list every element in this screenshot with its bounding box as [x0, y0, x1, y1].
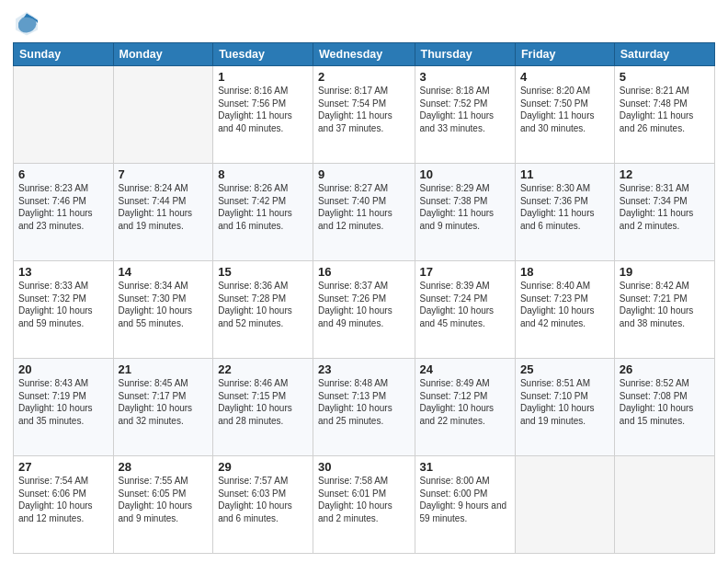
cell-info: Sunrise: 8:29 AM Sunset: 7:38 PM Dayligh…	[420, 182, 510, 232]
calendar-cell: 28Sunrise: 7:55 AM Sunset: 6:05 PM Dayli…	[113, 456, 213, 554]
calendar-cell: 30Sunrise: 7:58 AM Sunset: 6:01 PM Dayli…	[313, 456, 415, 554]
day-number: 15	[218, 265, 308, 279]
day-number: 31	[420, 460, 510, 474]
day-number: 24	[420, 362, 510, 376]
calendar-cell: 16Sunrise: 8:37 AM Sunset: 7:26 PM Dayli…	[313, 261, 415, 359]
cell-info: Sunrise: 8:43 AM Sunset: 7:19 PM Dayligh…	[18, 377, 108, 427]
calendar-cell: 6Sunrise: 8:23 AM Sunset: 7:46 PM Daylig…	[14, 164, 114, 261]
day-number: 19	[620, 265, 710, 279]
cell-info: Sunrise: 7:58 AM Sunset: 6:01 PM Dayligh…	[318, 475, 409, 524]
cell-info: Sunrise: 8:27 AM Sunset: 7:40 PM Dayligh…	[318, 182, 409, 232]
page: SundayMondayTuesdayWednesdayThursdayFrid…	[0, 0, 728, 563]
calendar-cell: 1Sunrise: 8:16 AM Sunset: 7:56 PM Daylig…	[213, 66, 313, 164]
calendar-cell	[113, 66, 213, 164]
cell-info: Sunrise: 8:16 AM Sunset: 7:56 PM Dayligh…	[218, 85, 308, 134]
calendar-cell: 23Sunrise: 8:48 AM Sunset: 7:13 PM Dayli…	[313, 359, 415, 456]
cell-info: Sunrise: 8:49 AM Sunset: 7:12 PM Dayligh…	[420, 377, 510, 427]
weekday-header-friday: Friday	[515, 43, 614, 66]
cell-info: Sunrise: 8:34 AM Sunset: 7:30 PM Dayligh…	[119, 280, 209, 329]
day-number: 16	[318, 265, 409, 279]
day-number: 13	[18, 265, 108, 279]
cell-info: Sunrise: 8:52 AM Sunset: 7:08 PM Dayligh…	[620, 377, 710, 427]
calendar-cell: 21Sunrise: 8:45 AM Sunset: 7:17 PM Dayli…	[113, 359, 213, 456]
cell-info: Sunrise: 8:45 AM Sunset: 7:17 PM Dayligh…	[119, 377, 209, 427]
calendar-cell	[515, 456, 614, 554]
day-number: 11	[520, 167, 609, 181]
cell-info: Sunrise: 8:37 AM Sunset: 7:26 PM Dayligh…	[318, 280, 409, 329]
day-number: 2	[318, 70, 409, 84]
day-number: 26	[620, 362, 710, 376]
cell-info: Sunrise: 8:46 AM Sunset: 7:15 PM Dayligh…	[218, 377, 308, 427]
day-number: 6	[18, 167, 108, 181]
calendar-cell: 20Sunrise: 8:43 AM Sunset: 7:19 PM Dayli…	[14, 359, 114, 456]
cell-info: Sunrise: 8:26 AM Sunset: 7:42 PM Dayligh…	[218, 182, 308, 232]
day-number: 29	[218, 460, 308, 474]
day-number: 9	[318, 167, 409, 181]
calendar-week-row-5: 27Sunrise: 7:54 AM Sunset: 6:06 PM Dayli…	[14, 456, 715, 554]
weekday-header-tuesday: Tuesday	[213, 43, 313, 66]
cell-info: Sunrise: 8:17 AM Sunset: 7:54 PM Dayligh…	[318, 85, 409, 134]
calendar-cell: 3Sunrise: 8:18 AM Sunset: 7:52 PM Daylig…	[415, 66, 515, 164]
calendar-cell: 17Sunrise: 8:39 AM Sunset: 7:24 PM Dayli…	[415, 261, 515, 359]
calendar-cell: 8Sunrise: 8:26 AM Sunset: 7:42 PM Daylig…	[213, 164, 313, 261]
logo	[13, 9, 42, 37]
calendar-cell: 24Sunrise: 8:49 AM Sunset: 7:12 PM Dayli…	[415, 359, 515, 456]
calendar-cell: 12Sunrise: 8:31 AM Sunset: 7:34 PM Dayli…	[614, 164, 714, 261]
day-number: 5	[620, 70, 710, 84]
calendar-cell: 7Sunrise: 8:24 AM Sunset: 7:44 PM Daylig…	[113, 164, 213, 261]
day-number: 8	[218, 167, 308, 181]
day-number: 14	[119, 265, 209, 279]
cell-info: Sunrise: 8:23 AM Sunset: 7:46 PM Dayligh…	[18, 182, 108, 232]
day-number: 27	[18, 460, 108, 474]
day-number: 30	[318, 460, 409, 474]
day-number: 10	[420, 167, 510, 181]
calendar-cell: 25Sunrise: 8:51 AM Sunset: 7:10 PM Dayli…	[515, 359, 614, 456]
weekday-header-monday: Monday	[113, 43, 213, 66]
calendar-cell: 9Sunrise: 8:27 AM Sunset: 7:40 PM Daylig…	[313, 164, 415, 261]
day-number: 21	[119, 362, 209, 376]
weekday-header-row: SundayMondayTuesdayWednesdayThursdayFrid…	[14, 43, 715, 66]
cell-info: Sunrise: 8:51 AM Sunset: 7:10 PM Dayligh…	[520, 377, 609, 427]
cell-info: Sunrise: 7:54 AM Sunset: 6:06 PM Dayligh…	[18, 475, 108, 524]
day-number: 20	[18, 362, 108, 376]
cell-info: Sunrise: 8:24 AM Sunset: 7:44 PM Dayligh…	[119, 182, 209, 232]
calendar-cell: 14Sunrise: 8:34 AM Sunset: 7:30 PM Dayli…	[113, 261, 213, 359]
calendar-cell: 27Sunrise: 7:54 AM Sunset: 6:06 PM Dayli…	[14, 456, 114, 554]
day-number: 3	[420, 70, 510, 84]
calendar-week-row-4: 20Sunrise: 8:43 AM Sunset: 7:19 PM Dayli…	[14, 359, 715, 456]
calendar-cell: 29Sunrise: 7:57 AM Sunset: 6:03 PM Dayli…	[213, 456, 313, 554]
calendar: SundayMondayTuesdayWednesdayThursdayFrid…	[13, 42, 715, 554]
weekday-header-wednesday: Wednesday	[313, 43, 415, 66]
cell-info: Sunrise: 8:21 AM Sunset: 7:48 PM Dayligh…	[620, 85, 710, 134]
day-number: 12	[620, 167, 710, 181]
cell-info: Sunrise: 8:42 AM Sunset: 7:21 PM Dayligh…	[620, 280, 710, 329]
day-number: 23	[318, 362, 409, 376]
calendar-cell: 31Sunrise: 8:00 AM Sunset: 6:00 PM Dayli…	[415, 456, 515, 554]
day-number: 25	[520, 362, 609, 376]
calendar-cell: 5Sunrise: 8:21 AM Sunset: 7:48 PM Daylig…	[614, 66, 714, 164]
cell-info: Sunrise: 8:18 AM Sunset: 7:52 PM Dayligh…	[420, 85, 510, 134]
weekday-header-saturday: Saturday	[614, 43, 714, 66]
cell-info: Sunrise: 8:30 AM Sunset: 7:36 PM Dayligh…	[520, 182, 609, 232]
cell-info: Sunrise: 8:31 AM Sunset: 7:34 PM Dayligh…	[620, 182, 710, 232]
cell-info: Sunrise: 8:48 AM Sunset: 7:13 PM Dayligh…	[318, 377, 409, 427]
calendar-cell: 13Sunrise: 8:33 AM Sunset: 7:32 PM Dayli…	[14, 261, 114, 359]
day-number: 22	[218, 362, 308, 376]
calendar-cell: 15Sunrise: 8:36 AM Sunset: 7:28 PM Dayli…	[213, 261, 313, 359]
day-number: 28	[119, 460, 209, 474]
calendar-cell: 18Sunrise: 8:40 AM Sunset: 7:23 PM Dayli…	[515, 261, 614, 359]
calendar-week-row-3: 13Sunrise: 8:33 AM Sunset: 7:32 PM Dayli…	[14, 261, 715, 359]
calendar-cell	[614, 456, 714, 554]
calendar-cell: 11Sunrise: 8:30 AM Sunset: 7:36 PM Dayli…	[515, 164, 614, 261]
calendar-week-row-2: 6Sunrise: 8:23 AM Sunset: 7:46 PM Daylig…	[14, 164, 715, 261]
cell-info: Sunrise: 8:40 AM Sunset: 7:23 PM Dayligh…	[520, 280, 609, 329]
cell-info: Sunrise: 8:33 AM Sunset: 7:32 PM Dayligh…	[18, 280, 108, 329]
day-number: 18	[520, 265, 609, 279]
cell-info: Sunrise: 8:20 AM Sunset: 7:50 PM Dayligh…	[520, 85, 609, 134]
cell-info: Sunrise: 8:36 AM Sunset: 7:28 PM Dayligh…	[218, 280, 308, 329]
cell-info: Sunrise: 7:57 AM Sunset: 6:03 PM Dayligh…	[218, 475, 308, 524]
calendar-cell: 2Sunrise: 8:17 AM Sunset: 7:54 PM Daylig…	[313, 66, 415, 164]
calendar-cell: 10Sunrise: 8:29 AM Sunset: 7:38 PM Dayli…	[415, 164, 515, 261]
calendar-cell: 19Sunrise: 8:42 AM Sunset: 7:21 PM Dayli…	[614, 261, 714, 359]
day-number: 4	[520, 70, 609, 84]
